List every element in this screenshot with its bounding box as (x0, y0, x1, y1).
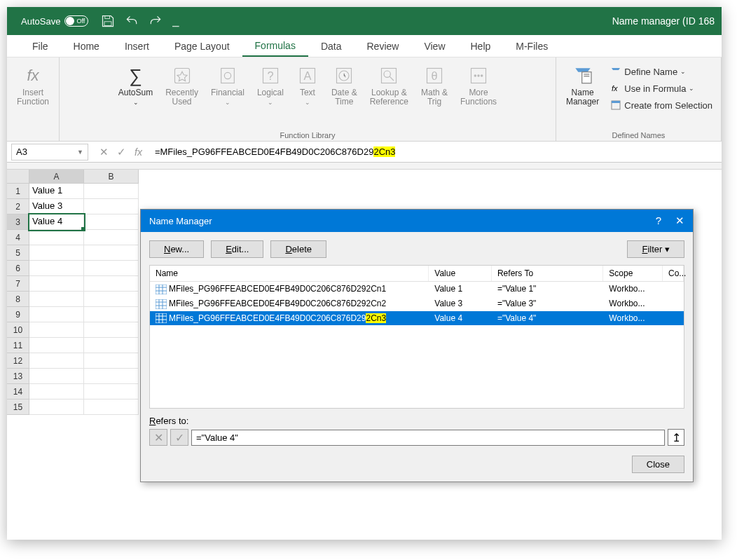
help-icon[interactable]: ? (656, 214, 661, 227)
cell[interactable] (84, 245, 139, 261)
cell[interactable] (29, 276, 84, 292)
cell[interactable] (29, 384, 84, 399)
cell[interactable] (29, 369, 84, 384)
cell[interactable] (29, 338, 84, 353)
text-button[interactable]: A Text⌄ (292, 62, 323, 109)
collapse-dialog-icon[interactable]: ↥ (668, 429, 684, 446)
tab-help[interactable]: Help (458, 36, 504, 56)
tab-formulas[interactable]: Formulas (242, 36, 308, 57)
cell[interactable]: Value 4 (29, 214, 84, 230)
more-functions-button[interactable]: More Functions (456, 62, 501, 109)
col-name[interactable]: Name (150, 266, 429, 281)
save-icon[interactable] (101, 14, 115, 28)
cell[interactable] (29, 399, 84, 415)
date-time-button[interactable]: Date & Time (327, 62, 361, 109)
close-button[interactable]: Close (632, 456, 684, 473)
row-header[interactable]: 14 (7, 384, 29, 399)
insert-function-button[interactable]: fx Insert Function (13, 62, 53, 109)
cell[interactable] (84, 184, 139, 199)
row-header[interactable]: 2 (7, 199, 29, 214)
name-manager-button[interactable]: Name Manager (562, 62, 603, 109)
col-header[interactable]: A (29, 170, 84, 184)
cell[interactable] (84, 384, 139, 399)
row-header[interactable]: 6 (7, 261, 29, 276)
refers-accept-button[interactable]: ✓ (170, 429, 188, 446)
cell[interactable] (29, 261, 84, 276)
cell[interactable] (84, 338, 139, 353)
cell[interactable] (84, 230, 139, 245)
col-refers[interactable]: Refers To (492, 266, 603, 281)
recently-used-button[interactable]: Recently Used (161, 62, 202, 109)
math-trig-button[interactable]: θ Math & Trig (417, 62, 452, 109)
edit-button[interactable]: Edit... (211, 240, 263, 258)
row-header[interactable]: 15 (7, 399, 29, 415)
cell[interactable] (84, 307, 139, 322)
name-row[interactable]: MFiles_PG96FFEABCED0E4FB49D0C206C876D292… (150, 282, 684, 296)
cell[interactable] (84, 214, 139, 230)
row-header[interactable]: 7 (7, 276, 29, 292)
cell[interactable] (29, 230, 84, 245)
fx-icon[interactable]: fx (135, 146, 142, 158)
row-header[interactable]: 12 (7, 353, 29, 369)
cell[interactable] (84, 261, 139, 276)
formula-input[interactable]: =MFiles_PG96FFEABCED0E4FB49D0C206C876D29… (149, 146, 722, 157)
tab-page-layout[interactable]: Page Layout (162, 36, 242, 56)
name-row[interactable]: MFiles_PG96FFEABCED0E4FB49D0C206C876D292… (150, 311, 684, 326)
tab-insert[interactable]: Insert (112, 36, 162, 56)
use-in-formula-button[interactable]: fxUse in Formula ⌄ (607, 81, 715, 95)
row-header[interactable]: 5 (7, 245, 29, 261)
row-header[interactable]: 10 (7, 322, 29, 338)
cell[interactable]: Value 3 (29, 199, 84, 214)
filter-button[interactable]: Filter ▾ (627, 240, 684, 258)
new-button[interactable]: New... (149, 240, 204, 258)
cell[interactable] (84, 292, 139, 307)
dialog-titlebar[interactable]: Name Manager ? ✕ (141, 210, 693, 232)
cancel-icon[interactable]: ✕ (99, 146, 109, 158)
delete-button[interactable]: Delete (270, 240, 326, 258)
cell[interactable] (84, 369, 139, 384)
redo-icon[interactable] (149, 14, 163, 28)
tab-file[interactable]: File (20, 36, 61, 56)
row-header[interactable]: 9 (7, 307, 29, 322)
cell[interactable] (84, 322, 139, 338)
lookup-ref-button[interactable]: Lookup & Reference (366, 62, 413, 109)
cell[interactable] (84, 199, 139, 214)
cell[interactable]: Value 1 (29, 184, 84, 199)
col-value[interactable]: Value (429, 266, 492, 281)
cell[interactable] (29, 307, 84, 322)
cell[interactable] (84, 353, 139, 369)
col-header[interactable]: B (84, 170, 139, 184)
undo-icon[interactable] (125, 14, 139, 28)
tab-view[interactable]: View (411, 36, 457, 56)
autosum-button[interactable]: ∑ AutoSum⌄ (114, 62, 157, 109)
autosave-toggle[interactable]: AutoSave Off (21, 15, 88, 27)
refers-cancel-button[interactable]: ✕ (149, 429, 167, 446)
logical-button[interactable]: ? Logical⌄ (253, 62, 288, 109)
qat-customize[interactable]: ⎯ (172, 15, 179, 27)
define-name-button[interactable]: Define Name ⌄ (607, 64, 715, 78)
financial-button[interactable]: Financial⌄ (207, 62, 249, 109)
col-scope[interactable]: Scope (603, 266, 663, 281)
row-header[interactable]: 8 (7, 292, 29, 307)
cell[interactable] (29, 292, 84, 307)
tab-data[interactable]: Data (308, 36, 354, 56)
cell[interactable] (29, 353, 84, 369)
row-header[interactable]: 13 (7, 369, 29, 384)
row-header[interactable]: 4 (7, 230, 29, 245)
row-header[interactable]: 1 (7, 184, 29, 199)
row-header[interactable]: 3 (7, 214, 29, 230)
col-comment[interactable]: Co... (663, 266, 684, 281)
refers-to-input[interactable] (191, 430, 665, 446)
enter-icon[interactable]: ✓ (117, 146, 126, 158)
cell[interactable] (29, 322, 84, 338)
close-icon[interactable]: ✕ (675, 214, 684, 227)
tab-review[interactable]: Review (354, 36, 412, 56)
cell[interactable] (84, 399, 139, 415)
create-from-selection-button[interactable]: Create from Selection (607, 98, 715, 112)
row-header[interactable]: 11 (7, 338, 29, 353)
cell[interactable] (84, 276, 139, 292)
cell[interactable] (29, 245, 84, 261)
tab-home[interactable]: Home (61, 36, 112, 56)
tab-mfiles[interactable]: M-Files (503, 36, 560, 56)
name-box[interactable]: A3 ▼ (11, 144, 88, 161)
